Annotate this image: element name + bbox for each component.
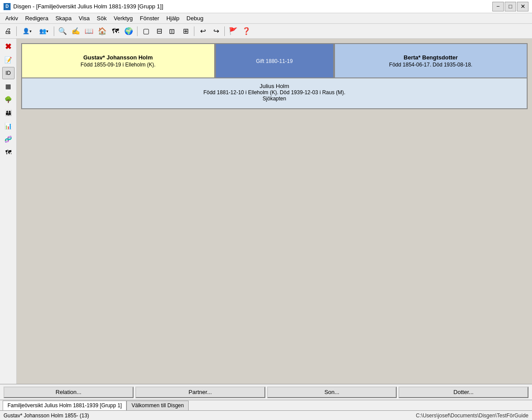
separator-5 xyxy=(224,26,225,36)
child-occupation: Sjökapten xyxy=(26,96,522,102)
box-quad-button[interactable]: ⊞ xyxy=(179,25,192,37)
menu-sok[interactable]: Sök xyxy=(93,13,110,23)
chart-button[interactable]: 📊 xyxy=(2,120,15,132)
window-controls: − □ ✕ xyxy=(492,2,528,11)
maximize-button[interactable]: □ xyxy=(505,2,516,11)
list-button[interactable]: ▦ xyxy=(2,80,15,92)
tab-familjeöversikt[interactable]: Familjeöversikt Julius Holm 1881-1939 [G… xyxy=(3,401,126,410)
print-button[interactable]: 🖨 xyxy=(2,25,14,37)
title-bar: D Disgen - [Familjeöversikt Julius Holm … xyxy=(0,0,532,13)
flag-button[interactable]: 🚩 xyxy=(227,25,239,37)
search-button[interactable]: 🔍 xyxy=(56,25,69,37)
menu-debug[interactable]: Debug xyxy=(183,13,207,23)
status-path: C:\Users\josef\Documents\Disgen\TestFörG… xyxy=(416,413,528,419)
note-button[interactable]: 📝 xyxy=(2,54,15,66)
mother-info: Född 1854-06-17. Död 1935-08-18. xyxy=(389,62,472,68)
relation-button[interactable]: Relation... xyxy=(4,387,134,398)
child-birth-death: Född 1881-12-10 i Elleholm (K). Död 1939… xyxy=(26,89,522,96)
bottom-buttons: Relation... Partner... Son... Dotter... xyxy=(0,384,532,400)
menu-arkiv[interactable]: Arkiv xyxy=(2,13,22,23)
bottom-status: Gustav* Johansson Holm 1855- (13) C:\Use… xyxy=(0,410,532,420)
family-view: Gustav* Johansson Holm Född 1855-09-19 i… xyxy=(21,43,528,109)
home-button[interactable]: 🏠 xyxy=(96,25,108,37)
tab-welcome[interactable]: Välkommen till Disgen xyxy=(126,401,189,410)
menu-visa[interactable]: Visa xyxy=(75,13,93,23)
window-title: Disgen - [Familjeöversikt Julius Holm 18… xyxy=(13,3,492,10)
child-name: Julius Holm xyxy=(26,83,522,89)
book-button[interactable]: 📖 xyxy=(83,25,95,37)
persons-add-button[interactable]: 👥▾ xyxy=(36,25,52,37)
menu-bar: Arkiv Redigera Skapa Visa Sök Verktyg Fö… xyxy=(0,13,532,24)
side-toolbar: ✖ 📝 ID ▦ 🌳 👨‍👩‍👦 📊 🧬 🗺 xyxy=(0,39,17,384)
father-name: Gustav* Johansson Holm xyxy=(83,54,153,61)
app-icon: D xyxy=(4,3,11,10)
son-button[interactable]: Son... xyxy=(267,387,397,398)
pedigree-button[interactable]: 🧬 xyxy=(2,133,15,145)
status-bar: Familjeöversikt Julius Holm 1881-1939 [G… xyxy=(0,400,532,410)
children-area: Julius Holm Född 1881-12-10 i Elleholm (… xyxy=(21,78,528,109)
toolbar: 🖨 👤▾ 👥▾ 🔍 ✍ 📖 🏠 🗺 🌍 ▢ ⊟ ⊟ ⊞ ↩ ↪ 🚩 ❓ xyxy=(0,24,532,39)
write-button[interactable]: ✍ xyxy=(70,25,82,37)
content-area: Gustav* Johansson Holm Född 1855-09-19 i… xyxy=(17,39,532,384)
dotter-button[interactable]: Dotter... xyxy=(398,387,528,398)
undo-button[interactable]: ↩ xyxy=(197,25,209,37)
status-person: Gustav* Johansson Holm 1855- (13) xyxy=(4,413,416,419)
menu-verktyg[interactable]: Verktyg xyxy=(110,13,136,23)
map2-button[interactable]: 🗺 xyxy=(2,146,15,158)
separator-2 xyxy=(54,26,54,36)
cross-button[interactable]: ✖ xyxy=(2,41,15,53)
menu-redigera[interactable]: Redigera xyxy=(22,13,52,23)
box-split-v-button[interactable]: ⊟ xyxy=(153,25,165,37)
box-split-h-button[interactable]: ⊟ xyxy=(166,25,179,37)
minimize-button[interactable]: − xyxy=(492,2,504,11)
marriage-label: Gift 1880-11-19 xyxy=(256,58,293,64)
question-button[interactable]: ❓ xyxy=(240,25,253,37)
menu-skapa[interactable]: Skapa xyxy=(52,13,75,23)
globe-button[interactable]: 🌍 xyxy=(123,25,135,37)
parents-row: Gustav* Johansson Holm Född 1855-09-19 i… xyxy=(21,43,528,78)
mother-name: Berta* Bengtsdotter xyxy=(404,54,458,61)
separator-3 xyxy=(137,26,138,36)
id-button[interactable]: ID xyxy=(2,67,15,79)
redo-button[interactable]: ↪ xyxy=(210,25,222,37)
menu-fonster[interactable]: Fönster xyxy=(136,13,163,23)
father-card[interactable]: Gustav* Johansson Holm Född 1855-09-19 i… xyxy=(21,43,215,78)
menu-hjalp[interactable]: Hjälp xyxy=(163,13,183,23)
partner-button[interactable]: Partner... xyxy=(135,387,265,398)
separator-1 xyxy=(16,26,17,36)
separator-4 xyxy=(194,26,194,36)
family-button[interactable]: 👨‍👩‍👦 xyxy=(2,107,15,119)
marriage-card[interactable]: Gift 1880-11-19 xyxy=(215,43,334,78)
mother-card[interactable]: Berta* Bengtsdotter Född 1854-06-17. Död… xyxy=(334,43,528,78)
main-area: ✖ 📝 ID ▦ 🌳 👨‍👩‍👦 📊 🧬 🗺 Gustav* Johansson… xyxy=(0,39,532,384)
close-button[interactable]: ✕ xyxy=(517,2,528,11)
map-button[interactable]: 🗺 xyxy=(109,25,122,37)
box-single-button[interactable]: ▢ xyxy=(140,25,152,37)
tree-button[interactable]: 🌳 xyxy=(2,93,15,106)
father-info: Född 1855-09-19 i Elleholm (K). xyxy=(81,62,156,68)
person-add-button[interactable]: 👤▾ xyxy=(19,25,35,37)
